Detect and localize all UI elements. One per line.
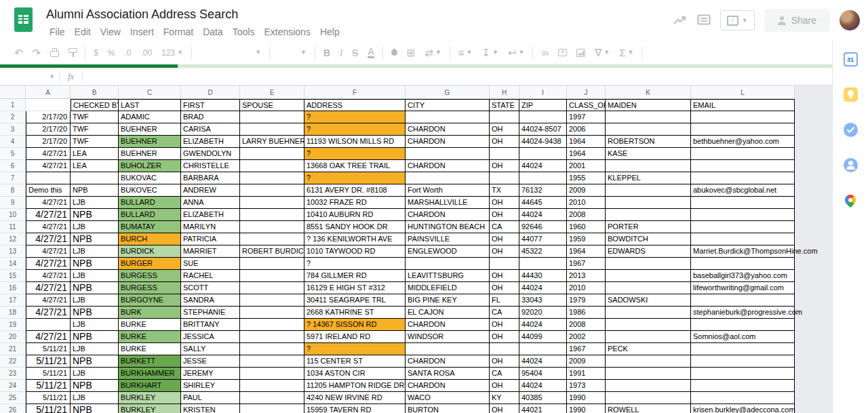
- cell-A25[interactable]: 5/11/21: [26, 392, 71, 404]
- cell-C6[interactable]: BUHOLZER: [119, 160, 181, 172]
- keep-icon[interactable]: [844, 87, 858, 102]
- cell-J13[interactable]: 1964: [567, 245, 606, 258]
- column-header-E[interactable]: E: [240, 85, 304, 99]
- cell-D14[interactable]: SUE: [181, 258, 240, 270]
- cell-D11[interactable]: MARILYN: [181, 221, 240, 233]
- vertical-align-dropdown[interactable]: ↧▼: [477, 47, 503, 58]
- cell-B24[interactable]: NPB: [71, 380, 119, 392]
- cell-E13[interactable]: ROBERT BURDICK: [240, 245, 304, 258]
- cell-G18[interactable]: EL CAJON: [406, 307, 490, 319]
- cell-L26[interactable]: krisen.burkley@adeccona.com: [691, 404, 795, 413]
- cell-D18[interactable]: STEPHANIE: [181, 307, 240, 319]
- cell-C9[interactable]: BULLARD: [119, 197, 181, 209]
- cell-I4[interactable]: 44024-9438: [519, 136, 567, 148]
- cell-E4[interactable]: LARRY BUEHNER: [240, 136, 304, 148]
- cell-D22[interactable]: JESSE: [181, 355, 240, 368]
- cell-G16[interactable]: MIDDLEFIELD: [406, 282, 490, 294]
- cell-J17[interactable]: 1979: [567, 294, 606, 307]
- row-header-11[interactable]: 11: [0, 221, 26, 233]
- cell-D1[interactable]: FIRST: [181, 99, 240, 111]
- cell-K14[interactable]: [606, 258, 691, 270]
- cell-G3[interactable]: CHARDON: [406, 123, 490, 136]
- row-header-8[interactable]: 8: [0, 184, 26, 197]
- cell-A19[interactable]: [26, 319, 71, 331]
- cell-J2[interactable]: 1997: [567, 111, 606, 123]
- cell-L22[interactable]: [691, 355, 795, 368]
- cell-G19[interactable]: CHARDON: [406, 319, 490, 331]
- cell-G20[interactable]: WINDSOR: [406, 331, 490, 343]
- text-color-icon[interactable]: A: [363, 47, 378, 59]
- cell-G1[interactable]: CITY: [406, 99, 490, 111]
- row-header-6[interactable]: 6: [0, 160, 26, 172]
- sheets-logo-icon[interactable]: [14, 7, 33, 32]
- cell-C10[interactable]: BULLARD: [119, 209, 181, 221]
- cell-K12[interactable]: BOWDITCH: [606, 233, 691, 245]
- cell-C12[interactable]: BURCH: [119, 233, 181, 245]
- row-header-14[interactable]: 14: [0, 258, 26, 270]
- strikethrough-icon[interactable]: S: [347, 48, 363, 58]
- cell-F6[interactable]: 13668 OAK TREE TRAIL: [304, 160, 406, 172]
- cell-F21[interactable]: ?: [304, 343, 406, 355]
- cell-C20[interactable]: BURKE: [119, 331, 181, 343]
- menu-data[interactable]: Data: [198, 25, 228, 39]
- cell-H3[interactable]: OH: [490, 123, 519, 136]
- cell-H22[interactable]: OH: [490, 355, 519, 368]
- cell-E26[interactable]: [240, 404, 304, 413]
- column-header-F[interactable]: F: [304, 85, 406, 99]
- cell-J25[interactable]: 1990: [567, 392, 606, 404]
- cell-A5[interactable]: 4/27/21: [26, 148, 71, 160]
- cell-L4[interactable]: bethbuehner@yahoo.com: [691, 136, 795, 148]
- horizontal-align-dropdown[interactable]: ≡▼: [454, 47, 477, 58]
- cell-F20[interactable]: 5971 IRELAND RD: [304, 331, 406, 343]
- decrease-decimal-icon[interactable]: .0: [120, 49, 136, 57]
- cell-A13[interactable]: 4/27/21: [26, 245, 71, 258]
- cell-A6[interactable]: 4/27/21: [26, 160, 71, 172]
- cell-D24[interactable]: SHIRLEY: [181, 380, 240, 392]
- cell-C26[interactable]: BURKLEY: [119, 404, 181, 413]
- row-header-23[interactable]: 23: [0, 368, 26, 380]
- cell-B1[interactable]: CHECKED BY: [71, 99, 119, 111]
- cell-E5[interactable]: [240, 148, 304, 160]
- cell-D26[interactable]: KRISTEN: [181, 404, 240, 413]
- cell-H4[interactable]: OH: [490, 136, 519, 148]
- contacts-icon[interactable]: [844, 158, 858, 172]
- cell-C14[interactable]: BURGER: [119, 258, 181, 270]
- cell-F11[interactable]: 8551 SANDY HOOK DR: [304, 221, 406, 233]
- column-header-G[interactable]: G: [406, 85, 490, 99]
- cell-B10[interactable]: NPB: [71, 209, 119, 221]
- cell-F8[interactable]: 6131 AVERY DR. #8108: [304, 184, 406, 197]
- cell-D15[interactable]: RACHEL: [181, 270, 240, 282]
- row-header-26[interactable]: 26: [0, 404, 26, 413]
- maps-icon[interactable]: [843, 193, 859, 208]
- row-header-5[interactable]: 5: [0, 148, 26, 160]
- menu-view[interactable]: View: [96, 25, 125, 39]
- cell-C16[interactable]: BURGESS: [119, 282, 181, 294]
- paint-format-icon[interactable]: [64, 48, 81, 58]
- cell-A18[interactable]: 4/27/21: [26, 307, 71, 319]
- cell-G2[interactable]: [406, 111, 490, 123]
- filter-dropdown[interactable]: ∇▼: [590, 47, 614, 58]
- cell-F2[interactable]: ?: [304, 111, 406, 123]
- cell-F23[interactable]: 1034 ASTON CIR: [304, 368, 406, 380]
- cell-K15[interactable]: [606, 270, 691, 282]
- cell-I6[interactable]: 44024: [519, 160, 567, 172]
- cell-J15[interactable]: 2013: [567, 270, 606, 282]
- cell-J9[interactable]: 2010: [567, 197, 606, 209]
- cell-K3[interactable]: [606, 123, 691, 136]
- cell-F1[interactable]: ADDRESS: [304, 99, 406, 111]
- cell-H26[interactable]: OH: [490, 404, 519, 413]
- cell-B15[interactable]: LJB: [71, 270, 119, 282]
- cell-H17[interactable]: FL: [490, 294, 519, 307]
- cell-I24[interactable]: 44024: [519, 380, 567, 392]
- cell-C18[interactable]: BURK: [119, 307, 181, 319]
- cell-G5[interactable]: [406, 148, 490, 160]
- cell-E21[interactable]: [240, 343, 304, 355]
- cell-E7[interactable]: [240, 172, 304, 184]
- cell-A12[interactable]: 4/27/21: [26, 233, 71, 245]
- cell-C15[interactable]: BURGESS: [119, 270, 181, 282]
- cell-A16[interactable]: 4/27/21: [26, 282, 71, 294]
- cell-C25[interactable]: BURKLEY: [119, 392, 181, 404]
- cell-J19[interactable]: 2008: [567, 319, 606, 331]
- cell-K18[interactable]: [606, 307, 691, 319]
- insert-link-icon[interactable]: ∞: [536, 47, 553, 58]
